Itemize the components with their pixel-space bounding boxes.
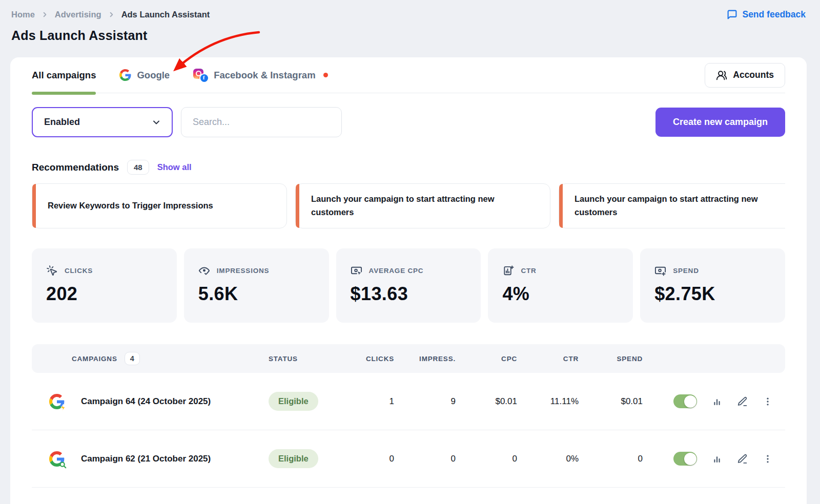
stat-value: 202 [46,283,162,305]
tab-google[interactable]: Google [119,57,170,93]
recommendation-cards: Review Keywords to Trigger Impressions L… [32,183,785,228]
kebab-menu-icon[interactable] [763,454,773,464]
recommendation-text: Review Keywords to Trigger Impressions [48,199,213,213]
clicks-value: 1 [345,396,394,407]
column-cpc: CPC [456,355,517,363]
stat-label: CTR [521,267,536,275]
spend-icon [654,265,666,277]
table-header: CAMPAIGNS 4 STATUS CLICKS IMPRESS. CPC C… [32,344,785,373]
stat-label: IMPRESSIONS [217,267,270,275]
stat-card-spend: SPEND $2.75K [640,248,785,323]
main-panel: All campaigns Google Facebook & Instagra… [10,57,807,504]
tabs-bar: All campaigns Google Facebook & Instagra… [32,57,785,93]
tab-all-campaigns[interactable]: All campaigns [32,57,96,93]
recommendations-title: Recommendations [32,162,119,173]
tab-facebook-instagram[interactable]: Facebook & Instagram [193,57,327,93]
accounts-button[interactable]: Accounts [705,63,785,88]
recommendation-card[interactable]: Review Keywords to Trigger Impressions [32,183,287,228]
edit-pen-icon[interactable] [737,396,748,407]
table-row: Campaign 64 (24 October 2025) Eligible 1… [32,373,785,430]
tab-facebook-instagram-label: Facebook & Instagram [214,70,315,81]
status-badge: Eligible [269,449,318,468]
impressions-icon [198,265,210,277]
stat-value: 4% [502,283,619,305]
breadcrumb-current: Ads Launch Assistant [121,10,210,19]
column-campaigns: CAMPAIGNS [72,355,117,363]
table-row: Campaign 62 (21 October 2025) Eligible 0… [32,430,785,488]
campaign-count-badge: 4 [125,352,140,365]
stat-card-ctr: CTR 4% [488,248,633,323]
stat-card-clicks: CLICKS 202 [32,248,177,323]
lightning-bolt-icon [59,404,67,412]
campaign-enabled-toggle[interactable] [673,394,697,408]
impressions-value: 0 [394,454,456,464]
top-bar: Home Advertising Ads Launch Assistant Se… [0,0,820,20]
accounts-button-label: Accounts [733,70,774,80]
edit-pen-icon[interactable] [737,453,748,465]
recommendations-count-badge: 48 [127,160,149,175]
kebab-menu-icon[interactable] [763,396,773,407]
bar-chart-icon[interactable] [711,453,723,465]
stat-card-impressions: IMPRESSIONS 5.6K [184,248,329,323]
stat-card-average-cpc: AVERAGE CPC $13.63 [336,248,481,323]
google-icon [119,69,131,81]
breadcrumb-advertising[interactable]: Advertising [55,10,101,19]
cpc-value: 0 [456,454,517,464]
recommendation-card[interactable]: Launch your campaign to start attracting… [295,183,550,228]
recommendation-card[interactable]: Launch your campaign to start attracting… [559,183,785,228]
campaigns-table: CAMPAIGNS 4 STATUS CLICKS IMPRESS. CPC C… [32,344,785,488]
stat-value: 5.6K [198,283,315,305]
tab-all-campaigns-label: All campaigns [32,70,96,81]
stat-label: AVERAGE CPC [369,267,424,275]
breadcrumb-home[interactable]: Home [11,10,35,19]
facebook-instagram-icon [193,69,208,82]
column-spend: SPEND [579,355,643,363]
stat-label: CLICKS [65,267,93,275]
clicks-value: 0 [345,454,394,464]
google-search-campaign-icon [49,451,65,467]
column-ctr: CTR [517,355,579,363]
send-feedback-link[interactable]: Send feedback [727,9,806,20]
recommendation-text: Launch your campaign to start attracting… [311,193,537,219]
status-filter-value: Enabled [44,117,80,128]
bar-chart-icon[interactable] [711,396,723,407]
clicks-icon [46,265,58,277]
page-title: Ads Launch Assistant [11,28,820,43]
notification-dot [323,73,328,77]
impressions-value: 9 [394,396,456,407]
column-clicks: CLICKS [345,355,394,363]
campaign-name[interactable]: Campaign 62 (21 October 2025) [81,454,211,464]
ctr-value: 0% [517,454,579,464]
recommendation-text: Launch your campaign to start attracting… [575,193,785,219]
ctr-icon [502,265,514,277]
tab-google-label: Google [137,70,170,81]
campaign-enabled-toggle[interactable] [673,452,697,466]
google-performance-max-icon [49,394,65,409]
stat-value: $2.75K [654,283,771,305]
ctr-value: 11.11% [517,396,579,407]
status-filter-select[interactable]: Enabled [32,107,173,137]
search-input[interactable] [181,107,342,137]
create-new-campaign-button[interactable]: Create new campaign [655,108,785,137]
chevron-down-icon [151,117,161,128]
chevron-right-icon [41,11,49,18]
stat-value: $13.63 [351,283,467,305]
stats-row: CLICKS 202 IMPRESSIONS 5.6K AVERAGE CPC … [32,248,785,323]
column-status: STATUS [269,355,345,363]
campaign-name[interactable]: Campaign 64 (24 October 2025) [81,396,211,407]
spend-value: 0 [579,454,643,464]
spend-value: $0.01 [579,396,643,407]
send-feedback-label: Send feedback [742,9,806,20]
average-cpc-icon [351,265,362,277]
users-icon [716,70,727,81]
status-badge: Eligible [269,392,318,411]
breadcrumb: Home Advertising Ads Launch Assistant [11,10,210,19]
show-all-link[interactable]: Show all [157,162,192,172]
column-impressions: IMPRESS. [394,355,456,363]
filter-row: Enabled Create new campaign [32,107,785,137]
stat-label: SPEND [673,267,699,275]
chevron-right-icon [108,11,115,18]
chat-bubble-icon [727,9,737,20]
facebook-icon [200,74,208,82]
cpc-value: $0.01 [456,396,517,407]
